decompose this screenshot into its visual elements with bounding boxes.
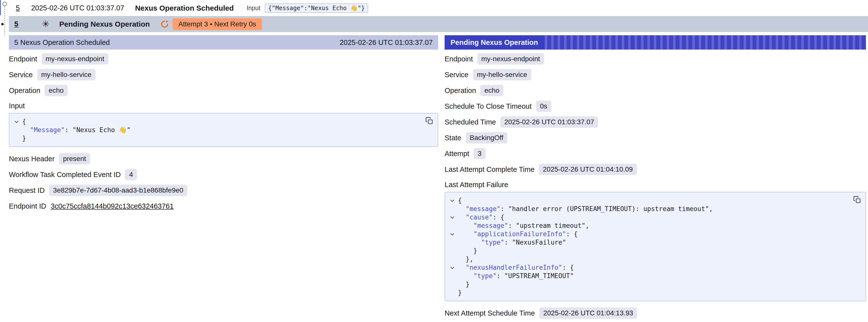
- field-value-chip: my-hello-service: [37, 69, 95, 80]
- detail-field-service: Servicemy-hello-service: [444, 67, 866, 83]
- code-text: "cause": {: [458, 213, 504, 221]
- detail-field-last-attempt-complete-time: Last Attempt Complete Time2025-02-26 UTC…: [444, 161, 866, 177]
- collapse-chevron-icon[interactable]: [446, 263, 458, 272]
- timeline-dot-icon: [1, 23, 4, 25]
- code-text: "nexusHandlerFailureInfo": {: [458, 263, 574, 272]
- code-line: "applicationFailureInfo": {: [446, 230, 851, 238]
- detail-field-workflow-task-completed-event-id: Workflow Task Completed Event ID4: [9, 167, 438, 183]
- field-label: Workflow Task Completed Event ID: [9, 171, 121, 179]
- code-text: "type": "UPSTREAM_TIMEOUT": [458, 272, 574, 280]
- code-text: {: [458, 196, 462, 205]
- event-input-label: Input: [247, 4, 260, 11]
- field-label: Operation: [444, 87, 476, 95]
- field-value-chip: 4: [125, 169, 137, 180]
- collapse-chevron-icon[interactable]: [11, 117, 22, 126]
- event-input-preview-chip: {"Message":"Nexus Echo 👋"}: [265, 3, 368, 13]
- code-lines: { "Message": "Nexus Echo 👋"}: [11, 117, 423, 142]
- field-value-chip: 3e829b7e-7d67-4b08-aad3-b1e868bfe9e0: [49, 185, 187, 196]
- history-row-event[interactable]: 5 2025-02-26 UTC 01:03:37.07 Nexus Opera…: [0, 0, 868, 16]
- field-label: Scheduled Time: [444, 118, 496, 126]
- code-line: }: [446, 247, 851, 255]
- active-indicator-bar: [0, 0, 1, 15]
- pending-title: Pending Nexus Operation: [59, 20, 150, 28]
- detail-field-endpoint: Endpointmy-nexus-endpoint: [444, 51, 866, 67]
- code-lines: { "message": "handler error (UPSTREAM_TI…: [446, 196, 851, 297]
- field-value-link[interactable]: 3c0c75ccfa8144b092c13ce632463761: [51, 202, 174, 210]
- temporal-event-history-page: 5 2025-02-26 UTC 01:03:37.07 Nexus Opera…: [0, 0, 868, 322]
- code-text: {: [22, 117, 26, 126]
- field-value-chip: present: [59, 153, 90, 164]
- field-label: Nexus Header: [9, 155, 55, 163]
- detail-field-service: Servicemy-hello-service: [9, 67, 438, 83]
- code-gutter: [446, 221, 458, 230]
- pending-id-link[interactable]: 5: [14, 20, 18, 28]
- event-name: Nexus Operation Scheduled: [135, 4, 234, 12]
- field-value-chip: 3: [474, 148, 486, 159]
- pending-operation-header-title: Pending Nexus Operation: [444, 35, 544, 50]
- event-detail-panel: 5 Nexus Operation Scheduled 2025-02-26 U…: [9, 35, 438, 321]
- detail-field-endpoint-id: Endpoint ID3c0c75ccfa8144b092c13ce632463…: [9, 198, 438, 214]
- timeline-node-circle-icon: [3, 2, 7, 6]
- collapse-chevron-icon[interactable]: [446, 213, 458, 221]
- field-label: Endpoint: [9, 55, 37, 63]
- code-text: "applicationFailureInfo": {: [458, 230, 578, 238]
- retry-attempt-badge: Attempt 3 • Next Retry 0s: [173, 18, 262, 30]
- code-text: "message": "handler error (UPSTREAM_TIME…: [458, 205, 713, 213]
- detail-field-attempt: Attempt3: [444, 146, 866, 161]
- code-text: "Message": "Nexus Echo 👋": [22, 126, 130, 134]
- field-label: Endpoint ID: [9, 202, 46, 210]
- code-text: }: [458, 247, 477, 255]
- code-gutter: [11, 126, 22, 134]
- input-section-label: Input: [9, 102, 438, 110]
- field-value-chip: my-nexus-endpoint: [42, 53, 108, 65]
- code-text: }: [458, 280, 469, 288]
- code-line: "message": "upstream timeout",: [446, 221, 851, 230]
- copy-icon[interactable]: [425, 117, 434, 126]
- field-value-chip: 2025-02-26 UTC 01:04:13.93: [539, 308, 637, 319]
- event-timestamp: 2025-02-26 UTC 01:03:37.07: [31, 4, 124, 12]
- code-line: }: [446, 280, 851, 288]
- collapse-chevron-icon[interactable]: [446, 230, 458, 238]
- code-line: "cause": {: [446, 213, 851, 221]
- code-line: {: [446, 196, 851, 205]
- field-value-chip: 0s: [536, 101, 552, 112]
- code-text: }: [22, 134, 26, 142]
- code-line: }: [11, 134, 423, 142]
- detail-field-operation: Operationecho: [444, 83, 866, 98]
- field-label: Service: [9, 71, 33, 79]
- code-line: {: [11, 117, 423, 126]
- code-line: "type": "UPSTREAM_TIMEOUT": [446, 272, 851, 280]
- copy-icon[interactable]: [853, 195, 862, 205]
- detail-field-next-attempt-schedule-time: Next Attempt Schedule Time2025-02-26 UTC…: [444, 305, 866, 321]
- code-line: "type": "NexusFailure": [446, 238, 851, 247]
- field-value-chip: 2025-02-26 UTC 01:03:37.07: [500, 117, 598, 128]
- code-line: "Message": "Nexus Echo 👋": [11, 126, 423, 134]
- timeline-connector: [0, 0, 10, 36]
- field-value-chip: my-nexus-endpoint: [477, 53, 544, 65]
- field-label: State: [444, 134, 461, 142]
- event-detail-header-time: 2025-02-26 UTC 01:03:37.07: [340, 38, 433, 46]
- field-label: Last Attempt Complete Time: [444, 165, 534, 173]
- code-gutter: [11, 134, 22, 142]
- field-label: Service: [444, 71, 469, 79]
- pending-fields-after: Next Attempt Schedule Time2025-02-26 UTC…: [444, 304, 866, 321]
- field-label: Operation: [9, 87, 40, 95]
- history-row-pending-operation[interactable]: 5 ✳ Pending Nexus Operation Attempt 3 • …: [9, 16, 868, 32]
- code-gutter: [446, 272, 458, 280]
- event-detail-header: 5 Nexus Operation Scheduled 2025-02-26 U…: [9, 35, 438, 50]
- field-value-chip: my-hello-service: [473, 69, 531, 80]
- field-label: Next Attempt Schedule Time: [444, 309, 535, 317]
- code-line: "message": "handler error (UPSTREAM_TIME…: [446, 205, 851, 213]
- field-value-chip: echo: [45, 85, 68, 96]
- field-label: Attempt: [444, 150, 469, 158]
- field-label: Request ID: [9, 186, 45, 195]
- collapse-chevron-icon[interactable]: [446, 196, 458, 205]
- pending-asterisk-icon: ✳: [42, 20, 49, 29]
- last-attempt-failure-label: Last Attempt Failure: [444, 181, 866, 189]
- detail-field-state: StateBackingOff: [444, 130, 866, 146]
- detail-field-scheduled-time: Scheduled Time2025-02-26 UTC 01:03:37.07: [444, 114, 866, 130]
- event-id-link[interactable]: 5: [16, 4, 20, 12]
- field-value-chip: BackingOff: [466, 132, 507, 143]
- detail-field-endpoint: Endpointmy-nexus-endpoint: [9, 51, 438, 67]
- code-text: }: [458, 288, 462, 297]
